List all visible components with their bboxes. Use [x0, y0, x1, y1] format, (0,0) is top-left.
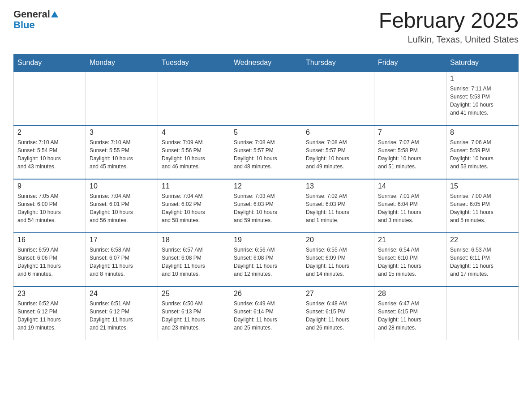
calendar-cell: 16Sunrise: 6:59 AM Sunset: 6:06 PM Dayli… — [14, 233, 86, 287]
calendar-cell: 21Sunrise: 6:54 AM Sunset: 6:10 PM Dayli… — [374, 233, 446, 287]
day-info: Sunrise: 7:08 AM Sunset: 5:57 PM Dayligh… — [234, 138, 298, 171]
day-info: Sunrise: 7:10 AM Sunset: 5:54 PM Dayligh… — [17, 138, 82, 171]
calendar-cell: 24Sunrise: 6:51 AM Sunset: 6:12 PM Dayli… — [86, 287, 158, 340]
calendar-cell — [446, 287, 519, 340]
day-info: Sunrise: 7:05 AM Sunset: 6:00 PM Dayligh… — [17, 192, 82, 224]
day-number: 18 — [162, 236, 226, 244]
day-info: Sunrise: 6:58 AM Sunset: 6:07 PM Dayligh… — [90, 246, 154, 278]
location-title: Lufkin, Texas, United States — [379, 34, 519, 45]
day-number: 9 — [17, 182, 82, 190]
calendar-cell — [374, 72, 446, 125]
calendar-cell: 11Sunrise: 7:04 AM Sunset: 6:02 PM Dayli… — [158, 179, 230, 233]
calendar-cell: 5Sunrise: 7:08 AM Sunset: 5:57 PM Daylig… — [230, 125, 302, 179]
day-info: Sunrise: 6:57 AM Sunset: 6:08 PM Dayligh… — [162, 246, 226, 278]
calendar-cell: 9Sunrise: 7:05 AM Sunset: 6:00 PM Daylig… — [14, 179, 86, 233]
day-info: Sunrise: 7:07 AM Sunset: 5:58 PM Dayligh… — [378, 138, 442, 171]
calendar-header-row: SundayMondayTuesdayWednesdayThursdayFrid… — [14, 54, 519, 72]
calendar-header-thursday: Thursday — [302, 54, 374, 72]
day-number: 11 — [162, 182, 226, 190]
day-number: 16 — [17, 236, 82, 244]
day-info: Sunrise: 7:01 AM Sunset: 6:04 PM Dayligh… — [378, 192, 442, 224]
day-number: 27 — [306, 290, 370, 298]
title-section: February 2025 Lufkin, Texas, United Stat… — [379, 9, 519, 45]
day-info: Sunrise: 6:51 AM Sunset: 6:12 PM Dayligh… — [90, 300, 154, 332]
day-number: 12 — [234, 182, 298, 190]
calendar-cell: 19Sunrise: 6:56 AM Sunset: 6:08 PM Dayli… — [230, 233, 302, 287]
day-number: 14 — [378, 182, 442, 190]
day-info: Sunrise: 6:50 AM Sunset: 6:13 PM Dayligh… — [162, 300, 226, 332]
calendar-cell: 7Sunrise: 7:07 AM Sunset: 5:58 PM Daylig… — [374, 125, 446, 179]
calendar-header-tuesday: Tuesday — [158, 54, 230, 72]
day-number: 5 — [234, 128, 298, 137]
week-row-5: 23Sunrise: 6:52 AM Sunset: 6:12 PM Dayli… — [14, 287, 519, 340]
calendar-cell: 1Sunrise: 7:11 AM Sunset: 5:53 PM Daylig… — [446, 72, 519, 125]
day-info: Sunrise: 6:59 AM Sunset: 6:06 PM Dayligh… — [17, 246, 82, 278]
day-number: 21 — [378, 236, 442, 244]
calendar-cell — [230, 72, 302, 125]
day-number: 6 — [306, 128, 370, 137]
logo-triangle-icon — [51, 11, 58, 17]
day-info: Sunrise: 6:54 AM Sunset: 6:10 PM Dayligh… — [378, 246, 442, 278]
day-number: 1 — [450, 75, 515, 83]
day-info: Sunrise: 6:48 AM Sunset: 6:15 PM Dayligh… — [306, 300, 370, 332]
week-row-1: 1Sunrise: 7:11 AM Sunset: 5:53 PM Daylig… — [14, 72, 519, 125]
day-number: 7 — [378, 128, 442, 137]
page-header: General Blue February 2025 Lufkin, Texas… — [13, 9, 519, 45]
day-info: Sunrise: 7:08 AM Sunset: 5:57 PM Dayligh… — [306, 138, 370, 171]
calendar-cell: 23Sunrise: 6:52 AM Sunset: 6:12 PM Dayli… — [14, 287, 86, 340]
calendar-cell: 20Sunrise: 6:55 AM Sunset: 6:09 PM Dayli… — [302, 233, 374, 287]
day-info: Sunrise: 6:53 AM Sunset: 6:11 PM Dayligh… — [450, 246, 515, 278]
day-number: 25 — [162, 290, 226, 298]
week-row-4: 16Sunrise: 6:59 AM Sunset: 6:06 PM Dayli… — [14, 233, 519, 287]
week-row-3: 9Sunrise: 7:05 AM Sunset: 6:00 PM Daylig… — [14, 179, 519, 233]
day-info: Sunrise: 7:04 AM Sunset: 6:02 PM Dayligh… — [162, 192, 226, 224]
calendar-cell: 3Sunrise: 7:10 AM Sunset: 5:55 PM Daylig… — [86, 125, 158, 179]
day-number: 24 — [90, 290, 154, 298]
day-info: Sunrise: 6:56 AM Sunset: 6:08 PM Dayligh… — [234, 246, 298, 278]
day-number: 3 — [90, 128, 154, 137]
calendar-header-wednesday: Wednesday — [230, 54, 302, 72]
calendar-cell: 10Sunrise: 7:04 AM Sunset: 6:01 PM Dayli… — [86, 179, 158, 233]
day-number: 28 — [378, 290, 442, 298]
calendar-cell — [86, 72, 158, 125]
day-number: 13 — [306, 182, 370, 190]
calendar-cell — [158, 72, 230, 125]
calendar-cell — [302, 72, 374, 125]
day-number: 19 — [234, 236, 298, 244]
logo-general-text: General — [13, 9, 50, 20]
calendar-cell: 2Sunrise: 7:10 AM Sunset: 5:54 PM Daylig… — [14, 125, 86, 179]
calendar-cell: 17Sunrise: 6:58 AM Sunset: 6:07 PM Dayli… — [86, 233, 158, 287]
day-number: 10 — [90, 182, 154, 190]
day-info: Sunrise: 7:04 AM Sunset: 6:01 PM Dayligh… — [90, 192, 154, 224]
day-number: 26 — [234, 290, 298, 298]
day-number: 23 — [17, 290, 82, 298]
calendar-cell: 25Sunrise: 6:50 AM Sunset: 6:13 PM Dayli… — [158, 287, 230, 340]
calendar-cell: 22Sunrise: 6:53 AM Sunset: 6:11 PM Dayli… — [446, 233, 519, 287]
calendar-header-monday: Monday — [86, 54, 158, 72]
day-number: 8 — [450, 128, 515, 137]
calendar-table: SundayMondayTuesdayWednesdayThursdayFrid… — [13, 54, 519, 341]
calendar-header-saturday: Saturday — [446, 54, 519, 72]
calendar-cell: 15Sunrise: 7:00 AM Sunset: 6:05 PM Dayli… — [446, 179, 519, 233]
day-info: Sunrise: 6:55 AM Sunset: 6:09 PM Dayligh… — [306, 246, 370, 278]
day-info: Sunrise: 7:00 AM Sunset: 6:05 PM Dayligh… — [450, 192, 515, 224]
day-info: Sunrise: 7:11 AM Sunset: 5:53 PM Dayligh… — [450, 85, 515, 117]
calendar-cell: 28Sunrise: 6:47 AM Sunset: 6:15 PM Dayli… — [374, 287, 446, 340]
calendar-cell: 14Sunrise: 7:01 AM Sunset: 6:04 PM Dayli… — [374, 179, 446, 233]
calendar-header-friday: Friday — [374, 54, 446, 72]
calendar-cell: 6Sunrise: 7:08 AM Sunset: 5:57 PM Daylig… — [302, 125, 374, 179]
day-info: Sunrise: 7:06 AM Sunset: 5:59 PM Dayligh… — [450, 138, 515, 171]
logo: General Blue — [13, 9, 58, 30]
calendar-cell: 8Sunrise: 7:06 AM Sunset: 5:59 PM Daylig… — [446, 125, 519, 179]
day-info: Sunrise: 7:10 AM Sunset: 5:55 PM Dayligh… — [90, 138, 154, 171]
day-info: Sunrise: 7:03 AM Sunset: 6:03 PM Dayligh… — [234, 192, 298, 224]
day-info: Sunrise: 6:47 AM Sunset: 6:15 PM Dayligh… — [378, 300, 442, 332]
logo-blue-text: Blue — [13, 20, 35, 30]
calendar-cell: 13Sunrise: 7:02 AM Sunset: 6:03 PM Dayli… — [302, 179, 374, 233]
day-info: Sunrise: 6:49 AM Sunset: 6:14 PM Dayligh… — [234, 300, 298, 332]
day-number: 22 — [450, 236, 515, 244]
day-number: 2 — [17, 128, 82, 137]
day-info: Sunrise: 7:02 AM Sunset: 6:03 PM Dayligh… — [306, 192, 370, 224]
week-row-2: 2Sunrise: 7:10 AM Sunset: 5:54 PM Daylig… — [14, 125, 519, 179]
day-number: 17 — [90, 236, 154, 244]
